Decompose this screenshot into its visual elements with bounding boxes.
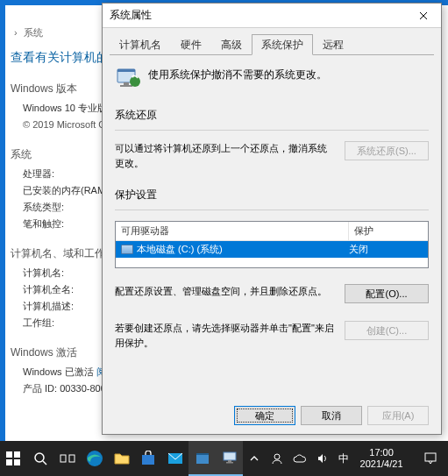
search-button[interactable] bbox=[27, 441, 54, 476]
svg-rect-6 bbox=[6, 451, 12, 458]
tray-people[interactable] bbox=[266, 441, 288, 476]
system-tray: 中 17:00 2021/4/21 bbox=[243, 441, 448, 476]
system-properties-dialog: 系统属性 计算机名 硬件 高级 系统保护 远程 bbox=[102, 3, 442, 435]
dialog-title: 系统属性 bbox=[103, 8, 406, 23]
cancel-button[interactable]: 取消 bbox=[301, 406, 362, 425]
svg-rect-12 bbox=[60, 455, 66, 462]
svg-rect-9 bbox=[14, 459, 20, 465]
svg-rect-23 bbox=[425, 453, 436, 461]
svg-rect-20 bbox=[228, 460, 231, 462]
close-icon bbox=[419, 11, 428, 20]
close-button[interactable] bbox=[406, 4, 441, 27]
col-protect[interactable]: 保护 bbox=[349, 222, 428, 240]
col-drive[interactable]: 可用驱动器 bbox=[116, 222, 349, 240]
taskbar-app-system-properties[interactable] bbox=[216, 441, 243, 476]
intro-text: 使用系统保护撤消不需要的系统更改。 bbox=[148, 64, 327, 82]
tab-row: 计算机名 硬件 高级 系统保护 远程 bbox=[110, 33, 434, 55]
drive-row[interactable]: 本地磁盘 (C:) (系统) 关闭 bbox=[116, 241, 428, 258]
svg-rect-18 bbox=[196, 453, 209, 455]
windows-icon bbox=[6, 451, 20, 465]
start-button[interactable] bbox=[0, 441, 27, 476]
taskbar-app-explorer[interactable] bbox=[108, 441, 135, 476]
svg-rect-7 bbox=[14, 451, 20, 458]
configure-button[interactable]: 配置(O)... bbox=[345, 284, 429, 303]
search-icon bbox=[33, 451, 47, 465]
restore-title: 系统还原 bbox=[115, 108, 429, 123]
chevron-up-icon bbox=[250, 454, 259, 463]
svg-rect-15 bbox=[142, 455, 154, 465]
svg-rect-21 bbox=[226, 462, 233, 464]
drive-name: 本地磁盘 (C:) (系统) bbox=[137, 243, 223, 256]
taskbar-app-mail[interactable] bbox=[162, 441, 189, 476]
protection-icon bbox=[115, 64, 141, 90]
cloud-icon bbox=[293, 453, 307, 464]
svg-point-22 bbox=[274, 454, 280, 459]
notification-icon bbox=[423, 451, 437, 465]
taskbar[interactable]: 中 17:00 2021/4/21 bbox=[0, 441, 448, 476]
edge-icon bbox=[86, 450, 103, 467]
mail-icon bbox=[167, 452, 183, 465]
svg-rect-13 bbox=[69, 455, 75, 462]
configure-desc: 配置还原设置、管理磁盘空间，并且删除还原点。 bbox=[115, 284, 336, 299]
ok-button[interactable]: 确定 bbox=[234, 406, 295, 425]
taskbar-app-edge[interactable] bbox=[81, 441, 108, 476]
svg-rect-17 bbox=[196, 455, 209, 464]
svg-line-11 bbox=[43, 461, 46, 465]
settings-icon bbox=[195, 450, 210, 465]
taskbar-clock[interactable]: 17:00 2021/4/21 bbox=[353, 447, 413, 470]
tab-computer-name[interactable]: 计算机名 bbox=[110, 34, 171, 55]
system-restore-button[interactable]: 系统还原(S)... bbox=[345, 141, 429, 160]
svg-rect-8 bbox=[6, 459, 12, 465]
tray-onedrive[interactable] bbox=[288, 441, 311, 476]
svg-rect-1 bbox=[117, 69, 135, 72]
drive-list[interactable]: 可用驱动器 保护 本地磁盘 (C:) (系统) 关闭 bbox=[115, 221, 429, 268]
drive-state: 关闭 bbox=[349, 243, 423, 256]
folder-icon bbox=[114, 451, 130, 465]
volume-icon bbox=[316, 452, 329, 465]
drive-icon bbox=[121, 245, 133, 254]
create-button[interactable]: 创建(C)... bbox=[345, 321, 429, 340]
restore-desc: 可以通过将计算机还原到上一个还原点，撤消系统更改。 bbox=[115, 141, 336, 170]
computer-icon bbox=[222, 450, 238, 465]
titlebar[interactable]: 系统属性 bbox=[103, 4, 441, 28]
people-icon bbox=[271, 452, 283, 465]
store-icon bbox=[140, 451, 156, 466]
svg-point-10 bbox=[35, 453, 44, 462]
svg-rect-2 bbox=[124, 82, 129, 85]
tab-system-protection[interactable]: 系统保护 bbox=[252, 34, 313, 55]
svg-rect-3 bbox=[120, 85, 132, 87]
taskbar-app-store[interactable] bbox=[135, 441, 162, 476]
apply-button[interactable]: 应用(A) bbox=[367, 406, 429, 425]
tray-overflow[interactable] bbox=[243, 441, 266, 476]
protect-title: 保护设置 bbox=[115, 188, 429, 202]
create-desc: 若要创建还原点，请先选择驱动器并单击"配置"来启用保护。 bbox=[115, 321, 336, 350]
clock-date: 2021/4/21 bbox=[353, 458, 409, 470]
task-view-button[interactable] bbox=[54, 441, 82, 476]
tray-ime[interactable]: 中 bbox=[334, 441, 353, 476]
tab-hardware[interactable]: 硬件 bbox=[171, 34, 211, 55]
svg-rect-19 bbox=[224, 452, 236, 460]
taskbar-app-settings[interactable] bbox=[188, 441, 216, 476]
task-view-icon bbox=[60, 452, 75, 465]
clock-time: 17:00 bbox=[353, 447, 409, 458]
tray-volume[interactable] bbox=[311, 441, 334, 476]
tab-remote[interactable]: 远程 bbox=[313, 34, 353, 55]
tab-advanced[interactable]: 高级 bbox=[211, 34, 252, 55]
action-center[interactable] bbox=[413, 441, 448, 476]
svg-point-4 bbox=[130, 76, 140, 87]
